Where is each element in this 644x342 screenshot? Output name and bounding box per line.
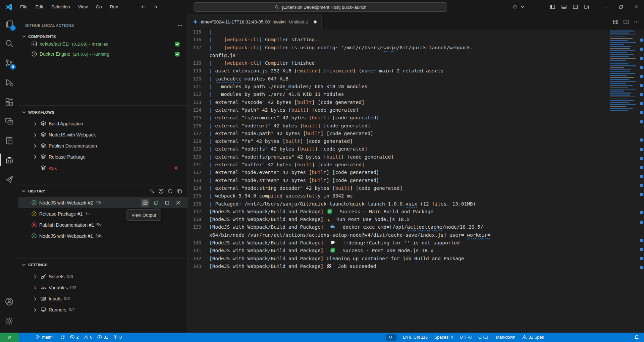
code-segment: | external "node:fs" 42 bytes [ <box>209 146 300 152</box>
workflow-item[interactable]: Release Package <box>18 151 187 162</box>
editor-action-split-editor-icon[interactable] <box>623 19 629 25</box>
minimap-line <box>610 79 629 80</box>
command-center-search[interactable]: [Extension Development Host] quick-launc… <box>194 2 447 12</box>
action-close-icon[interactable] <box>174 199 182 207</box>
component-item[interactable]: nektos/act CLI(0.2.69) - Installed <box>18 39 187 49</box>
menu-more-icon[interactable] <box>123 6 129 8</box>
status-warnings[interactable]: 0 <box>81 333 95 342</box>
layout-sidebar-right-icon[interactable] <box>570 2 580 12</box>
status-zoom-indicator[interactable] <box>383 333 399 342</box>
line-number: 120 <box>188 75 201 83</box>
status-pass-icon <box>31 200 37 206</box>
menu-run[interactable]: Run <box>107 3 122 11</box>
modified-dot-icon[interactable] <box>314 20 317 23</box>
layout-sidebar-left-icon[interactable] <box>547 2 557 12</box>
activitybar-github-local-actions[interactable] <box>0 150 18 170</box>
activitybar-publish[interactable] <box>0 170 18 189</box>
editor-action-more-icon[interactable] <box>634 19 639 25</box>
menu-view[interactable]: View <box>75 3 91 11</box>
code-text: [NodeJS with Webpack/Build and Package] … <box>201 223 483 231</box>
section-header-settings[interactable]: SETTINGS <box>18 260 187 270</box>
activitybar-manage[interactable] <box>0 311 18 331</box>
activitybar-search[interactable] <box>0 34 18 53</box>
copilot-icon[interactable] <box>510 2 520 12</box>
code-text: | <box>201 30 212 36</box>
line-number: 115 <box>188 30 201 36</box>
menu-edit[interactable]: Edit <box>32 3 47 11</box>
status-errors[interactable]: 2 <box>67 333 81 342</box>
code-segment: | external "buffer" 42 bytes [ <box>209 162 297 167</box>
code-segment: [NodeJS with Webpack/Build and Package] <box>209 224 329 230</box>
status-spaces-4[interactable]: Spaces: 4 <box>432 333 455 342</box>
settings-item-inputs[interactable]: Inputs0/3 <box>18 293 187 304</box>
status-sync[interactable] <box>58 333 68 342</box>
action-restart-icon[interactable] <box>152 199 160 207</box>
tab-untitled-1[interactable]: time="2024-11-17T18:32:43-05:00" level=i… <box>188 14 322 30</box>
activitybar-accounts[interactable] <box>0 292 18 311</box>
code-segment: ] [code generated] <box>318 123 370 128</box>
chevron-down-icon[interactable] <box>520 2 525 12</box>
history-item[interactable]: Release Package #11s <box>18 208 187 219</box>
back-arrow-icon[interactable] <box>138 2 148 12</box>
menu-go[interactable]: Go <box>93 3 105 11</box>
history-item[interactable]: Publish Documentation #15s <box>18 219 187 230</box>
minimize-button[interactable] <box>598 0 613 14</box>
action-refresh-icon[interactable] <box>167 188 173 194</box>
workflow-item[interactable]: Publish Documentation <box>18 140 187 151</box>
code-line: 143[NodeJS with Webpack/Build and Packag… <box>188 263 607 270</box>
section-header-workflows[interactable]: WORKFLOWS <box>18 107 187 117</box>
activitybar-docs[interactable] <box>0 131 18 150</box>
settings-item-variables[interactable]: abcVariables0/2 <box>18 282 187 293</box>
minimap[interactable] <box>608 30 639 333</box>
status-infos[interactable]: 31 <box>95 333 110 342</box>
status-ln-9-col-116[interactable]: Ln 9, Col 116 <box>401 333 430 342</box>
component-item[interactable]: Docker Engine(24.0.6) - Running <box>18 49 187 59</box>
maximize-button[interactable] <box>613 0 629 14</box>
action-view-output-icon[interactable] <box>141 199 149 207</box>
speech-bubble-icon <box>330 240 336 245</box>
status-31-spell[interactable]: 31 Spell <box>520 333 546 342</box>
minimap-line <box>610 71 630 72</box>
editor-action-editor-layout-icon[interactable] <box>613 19 619 25</box>
activitybar-source-control[interactable]: 9 <box>0 53 18 72</box>
minimap-line <box>610 99 627 100</box>
settings-item-runners[interactable]: Runners0/2 <box>18 304 187 315</box>
chevron-right-icon <box>33 285 38 290</box>
more-actions-icon[interactable] <box>177 23 183 28</box>
activitybar-extensions[interactable] <box>0 92 18 111</box>
activitybar-run-and-debug[interactable] <box>0 72 18 92</box>
notifications-bell-icon[interactable] <box>631 333 642 342</box>
code-line: 124| external "path" 42 bytes [built] [c… <box>188 106 607 114</box>
history-item[interactable]: NodeJS with Webpack #223s <box>18 197 187 208</box>
status-utf-8[interactable]: UTF-8 <box>458 333 474 342</box>
remote-indicator[interactable] <box>0 333 19 342</box>
workflow-item[interactable]: NodeJS with Webpack <box>18 129 187 140</box>
action-help-icon[interactable] <box>158 188 164 194</box>
activitybar-explorer[interactable]: 1 <box>0 14 18 34</box>
action-clear-all-icon[interactable] <box>149 188 155 194</box>
workflow-item[interactable]: vsix <box>18 162 187 173</box>
code-area[interactable]: 115|116| [webpack-cli] Compiler starting… <box>188 30 644 333</box>
status-markdown[interactable]: Markdown <box>494 333 518 342</box>
menu-selection[interactable]: Selection <box>48 3 73 11</box>
code-line: 129| external "node:fs" 42 bytes [built]… <box>188 145 607 153</box>
layout-grid-icon[interactable] <box>582 2 592 12</box>
history-item[interactable]: NodeJS with Webpack #124s <box>18 230 187 241</box>
close-button[interactable] <box>629 0 644 14</box>
action-stop-icon[interactable] <box>163 199 171 207</box>
checked-icon <box>174 51 180 57</box>
action-copy-icon[interactable] <box>177 188 182 194</box>
status-ports[interactable]: 0 <box>111 333 124 342</box>
line-number: 119 <box>188 67 201 75</box>
remove-icon[interactable] <box>173 165 179 171</box>
settings-item-secrets[interactable]: Secrets0/6 <box>18 271 187 282</box>
menu-file[interactable]: File <box>17 3 31 11</box>
section-header-history[interactable]: HISTORY <box>18 186 187 196</box>
workflow-item[interactable]: Build Application <box>18 118 187 129</box>
forward-arrow-icon[interactable] <box>150 2 160 12</box>
code-segment: sanju <box>382 45 397 50</box>
layout-panel-icon[interactable] <box>559 2 569 12</box>
status-git-branch[interactable]: main*+ <box>33 333 58 342</box>
activitybar-remote-explorer[interactable] <box>0 111 18 131</box>
status-crlf[interactable]: CRLF <box>476 333 492 342</box>
